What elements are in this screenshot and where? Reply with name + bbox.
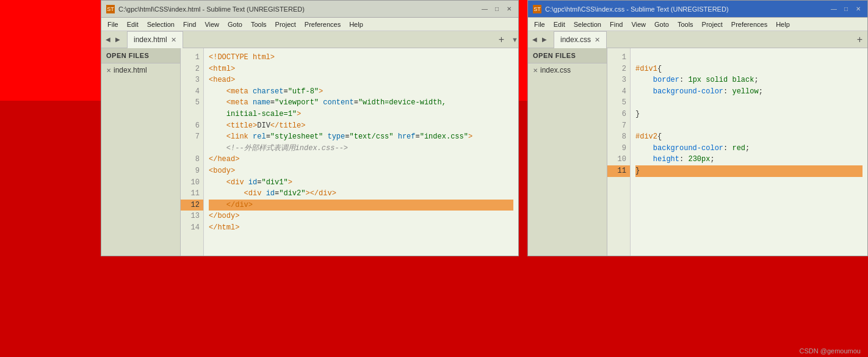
right-menu-find[interactable]: Find [606,20,626,29]
line-num-8: 8 [181,154,203,165]
left-file-name: index.html [114,66,147,74]
right-menu-preferences[interactable]: Preferences [728,20,771,29]
code-line-10: <div id="div1"> [209,177,513,189]
menu-selection[interactable]: Selection [143,20,178,29]
left-tab-bar: ◀ ▶ index.html ✕ + ▼ [101,31,518,48]
right-title-text: C:\gpc\html\CSS\index.css - Sublime Text… [545,5,729,13]
right-minimize-button[interactable]: — [830,5,838,13]
css-line-9: background-color: red; [635,143,863,154]
right-menu-project[interactable]: Project [698,20,726,29]
left-open-files-header: OPEN FILES [101,48,180,63]
menu-tools[interactable]: Tools [247,20,270,29]
right-line-numbers: 1 2 3 4 5 6 7 8 9 10 11 [607,48,631,256]
menu-project[interactable]: Project [272,20,300,29]
code-line-1: <!DOCTYPE html> [209,52,513,63]
right-tab-nav: ◀ ▶ [528,35,551,44]
tab-prev-button[interactable]: ◀ [104,35,112,44]
right-line-num-9: 9 [607,143,630,154]
right-file-item[interactable]: ✕ index.css [528,63,607,77]
maximize-button[interactable]: □ [493,5,501,13]
right-maximize-button[interactable]: □ [842,5,850,13]
right-code-area[interactable]: #div1{ border: 1px solid black; backgrou… [631,48,867,256]
right-tab-prev-button[interactable]: ◀ [530,35,539,44]
right-line-num-1: 1 [607,52,630,63]
right-open-files-header: OPEN FILES [528,48,607,63]
right-active-tab[interactable]: index.css ✕ [554,31,607,48]
right-tab-next-button[interactable]: ▶ [540,35,549,44]
right-close-button[interactable]: ✕ [854,5,863,13]
left-code-area[interactable]: <!DOCTYPE html> <html> <head> <meta char… [204,48,518,256]
line-num-14: 14 [181,222,203,234]
right-tab-bar: ◀ ▶ index.css ✕ + [528,31,867,48]
left-title-left: ST C:\gpc\html\CSS\index.html - Sublime … [106,5,305,13]
left-editor: ST C:\gpc\html\CSS\index.html - Sublime … [101,0,519,256]
menu-find[interactable]: Find [179,20,200,29]
right-menu-edit[interactable]: Edit [550,20,569,29]
line-num-6: 6 [181,120,203,132]
css-line-4: background-color: yellow; [635,86,863,98]
right-menu-view[interactable]: View [627,20,649,29]
code-line-5b: initial-scale=1"> [209,109,513,120]
right-line-num-4: 4 [607,86,630,98]
right-menu-file[interactable]: File [530,20,549,29]
css-line-1 [635,52,863,63]
right-tab-close[interactable]: ✕ [595,36,600,44]
code-line-12: </div> [209,200,513,211]
left-tab-more[interactable]: ▼ [512,36,518,43]
minimize-button[interactable]: — [480,5,489,13]
menu-edit[interactable]: Edit [123,20,142,29]
right-line-num-6: 6 [607,109,630,120]
right-title-left: ST C:\gpc\html\CSS\index.css - Sublime T… [533,5,729,13]
code-line-7a: <link rel="stylesheet" type="text/css" h… [209,131,513,143]
right-menu-help[interactable]: Help [772,20,794,29]
left-app-icon: ST [106,5,115,13]
right-tab-label: index.css [560,35,591,44]
right-menu-selection[interactable]: Selection [570,20,605,29]
menu-view[interactable]: View [201,20,223,29]
right-line-num-8: 8 [607,131,630,143]
menu-help[interactable]: Help [345,20,367,29]
css-line-11: } [635,165,863,177]
left-tab-add[interactable]: + [494,34,509,45]
code-line-3: <head> [209,74,513,86]
right-title-controls: — □ ✕ [830,5,863,13]
code-line-5a: <meta name="viewport" content="width=dev… [209,97,513,109]
code-line-9: <body> [209,165,513,177]
line-num-11: 11 [181,188,203,200]
left-file-close-icon[interactable]: ✕ [106,67,111,74]
right-app-icon: ST [533,5,541,13]
menu-goto[interactable]: Goto [224,20,246,29]
css-line-10: height: 230px; [635,154,863,165]
left-sidebar: OPEN FILES ✕ index.html [101,48,181,256]
left-active-tab[interactable]: index.html ✕ [127,31,183,48]
css-line-2: #div1{ [635,63,863,75]
left-title-bar: ST C:\gpc\html\CSS\index.html - Sublime … [101,1,518,18]
right-line-num-10: 10 [607,154,630,165]
left-file-item[interactable]: ✕ index.html [101,63,180,77]
right-line-num-5: 5 [607,97,630,109]
line-num-7: 7 [181,131,203,143]
left-tab-nav: ◀ ▶ [101,35,125,44]
menu-file[interactable]: File [104,20,122,29]
tab-next-button[interactable]: ▶ [114,35,122,44]
right-editor: ST C:\gpc\html\CSS\index.css - Sublime T… [527,0,868,256]
line-num-4: 4 [181,86,203,98]
right-menu-goto[interactable]: Goto [651,20,673,29]
right-file-name: index.css [540,66,571,74]
css-line-8: #div2{ [635,131,863,143]
line-num-10: 10 [181,177,203,189]
code-line-6: <title>DIV</title> [209,120,513,132]
left-menu-bar: File Edit Selection Find View Goto Tools… [101,18,518,31]
css-line-5 [635,97,863,109]
line-num-3: 3 [181,74,203,86]
close-button[interactable]: ✕ [505,5,513,13]
left-tab-close[interactable]: ✕ [171,36,176,44]
line-num-1: 1 [181,52,203,63]
code-line-13: </body> [209,211,513,222]
right-tab-add[interactable]: + [852,34,867,45]
right-file-close-icon[interactable]: ✕ [533,67,538,74]
right-menu-tools[interactable]: Tools [674,20,697,29]
css-line-6: } [635,109,863,120]
line-num-13: 13 [181,211,203,222]
menu-preferences[interactable]: Preferences [301,20,344,29]
